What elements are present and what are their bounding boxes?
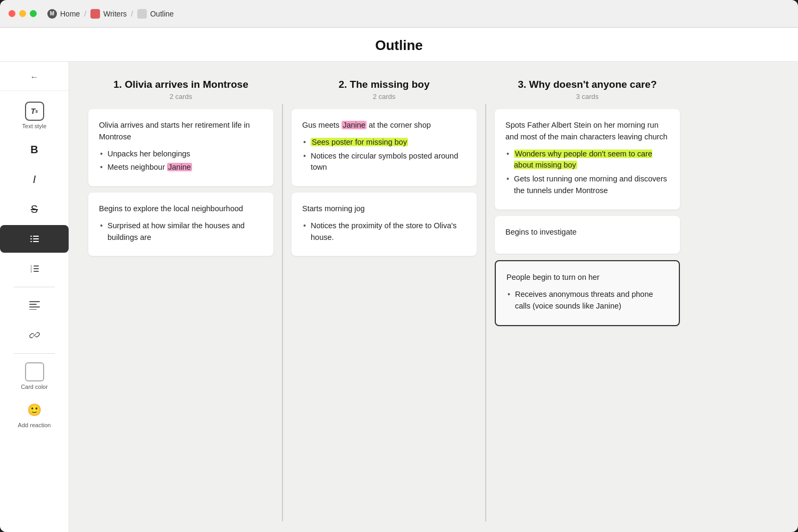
card-1-2-text: Begins to explore the local neighbourhoo… bbox=[99, 203, 263, 215]
list-item: Receives anonymous threats and phone cal… bbox=[506, 289, 668, 312]
breadcrumb: M Home / Writers / Outline bbox=[47, 9, 174, 19]
svg-text:3: 3 bbox=[30, 270, 32, 273]
sidebar-separator bbox=[14, 287, 55, 287]
list-icon bbox=[25, 229, 44, 248]
highlight-janine-2: Janine bbox=[342, 121, 367, 129]
column-2-title: 2. The missing boy bbox=[292, 79, 477, 90]
breadcrumb-sep-2: / bbox=[131, 10, 133, 18]
svg-rect-8 bbox=[34, 271, 39, 272]
back-button[interactable]: ← bbox=[0, 68, 69, 91]
card-3-3[interactable]: People begin to turn on her Receives ano… bbox=[495, 260, 680, 326]
card-1-2[interactable]: Begins to explore the local neighbourhoo… bbox=[88, 193, 273, 256]
align-icon bbox=[25, 296, 44, 315]
column-2: 2. The missing boy 2 cards Gus meets Jan… bbox=[283, 72, 485, 521]
svg-rect-3 bbox=[30, 236, 32, 237]
column-1-title: 1. Olivia arrives in Montrose bbox=[88, 79, 273, 90]
card-3-1[interactable]: Spots Father Albert Stein on her morning… bbox=[495, 109, 680, 210]
svg-rect-13 bbox=[29, 304, 37, 305]
breadcrumb-home[interactable]: M Home bbox=[47, 9, 80, 19]
column-2-count: 2 cards bbox=[292, 93, 477, 101]
bold-icon: B bbox=[25, 140, 44, 159]
svg-rect-2 bbox=[33, 241, 39, 242]
add-reaction-label: Add reaction bbox=[18, 422, 51, 428]
highlight-care: Wonders why people don't seem to care ab… bbox=[514, 149, 652, 170]
numbered-list-icon: 1 2 3 bbox=[25, 259, 44, 278]
tool-text-style[interactable]: Ts Text style bbox=[0, 97, 69, 134]
svg-rect-6 bbox=[34, 265, 39, 267]
card-1-1-text: Olivia arrives and starts her retirement… bbox=[99, 120, 263, 143]
column-1: 1. Olivia arrives in Montrose 2 cards Ol… bbox=[80, 72, 282, 521]
card-1-1-bullets: Unpacks her belongings Meets neighbour J… bbox=[99, 148, 263, 174]
list-item: Sees poster for missing boy bbox=[302, 137, 466, 148]
breadcrumb-writers-label: Writers bbox=[103, 10, 127, 18]
highlight-janine: Janine bbox=[167, 163, 192, 171]
tool-bold[interactable]: B bbox=[0, 136, 69, 163]
back-arrow-icon: ← bbox=[30, 72, 39, 82]
svg-rect-7 bbox=[34, 268, 39, 269]
svg-rect-5 bbox=[30, 241, 32, 242]
italic-icon: I bbox=[25, 170, 44, 189]
traffic-lights bbox=[9, 10, 37, 17]
close-button[interactable] bbox=[9, 10, 15, 17]
breadcrumb-home-label: Home bbox=[60, 10, 80, 18]
svg-rect-4 bbox=[30, 238, 32, 239]
svg-rect-1 bbox=[33, 238, 39, 239]
text-style-label: Text style bbox=[22, 123, 47, 129]
card-3-2[interactable]: Begins to investigate bbox=[495, 216, 680, 254]
card-2-1-bullets: Sees poster for missing boy Notices the … bbox=[302, 137, 466, 173]
list-item: Notices the proximity of the store to Ol… bbox=[302, 220, 466, 244]
card-1-1[interactable]: Olivia arrives and starts her retirement… bbox=[88, 109, 273, 186]
content-area: ← Ts Text style B I S bbox=[0, 62, 798, 532]
card-3-1-bullets: Wonders why people don't seem to care ab… bbox=[505, 148, 669, 197]
columns-container: 1. Olivia arrives in Montrose 2 cards Ol… bbox=[69, 62, 798, 532]
column-2-cards: Gus meets Janine at the corner shop Sees… bbox=[292, 109, 477, 256]
list-item: Gets lost running one morning and discov… bbox=[505, 173, 669, 197]
card-2-1[interactable]: Gus meets Janine at the corner shop Sees… bbox=[292, 109, 477, 186]
sidebar-separator-2 bbox=[14, 353, 55, 354]
tool-strikethrough[interactable]: S bbox=[0, 195, 69, 223]
maximize-button[interactable] bbox=[30, 10, 37, 17]
card-3-1-text: Spots Father Albert Stein on her morning… bbox=[505, 120, 669, 143]
home-icon: M bbox=[47, 9, 57, 19]
titlebar: M Home / Writers / Outline bbox=[0, 0, 798, 28]
card-color-label: Card color bbox=[21, 384, 48, 390]
tool-link[interactable] bbox=[0, 321, 69, 349]
emoji-icon: 🙂 bbox=[25, 401, 44, 420]
link-icon bbox=[25, 326, 44, 345]
list-item: Surprised at how similar the houses and … bbox=[99, 220, 263, 244]
minimize-button[interactable] bbox=[19, 10, 26, 17]
highlight-missing-boy: Sees poster for missing boy bbox=[311, 138, 408, 146]
tool-italic[interactable]: I bbox=[0, 165, 69, 193]
tool-numbered-list[interactable]: 1 2 3 bbox=[0, 255, 69, 282]
card-3-2-text: Begins to investigate bbox=[505, 227, 669, 238]
column-3: 3. Why doesn't anyone care? 3 cards Spot… bbox=[486, 72, 688, 521]
card-2-2-text: Starts morning jog bbox=[302, 203, 466, 215]
card-2-2[interactable]: Starts morning jog Notices the proximity… bbox=[292, 193, 477, 256]
outline-icon bbox=[137, 9, 147, 19]
column-3-count: 3 cards bbox=[495, 93, 680, 101]
tool-card-color[interactable]: Card color bbox=[0, 358, 69, 394]
app-window: M Home / Writers / Outline Outline ← bbox=[0, 0, 798, 532]
page-title-bar: Outline bbox=[0, 28, 798, 62]
card-2-1-text: Gus meets Janine at the corner shop bbox=[302, 120, 466, 131]
breadcrumb-outline-label: Outline bbox=[150, 10, 173, 18]
list-item: Unpacks her belongings bbox=[99, 148, 263, 160]
tool-add-reaction[interactable]: 🙂 Add reaction bbox=[0, 396, 69, 433]
tool-list[interactable] bbox=[0, 225, 69, 253]
svg-rect-15 bbox=[29, 309, 37, 310]
strikethrough-icon: S bbox=[25, 200, 44, 219]
text-style-icon: Ts bbox=[25, 102, 44, 121]
page-title: Outline bbox=[0, 37, 798, 54]
column-3-header: 3. Why doesn't anyone care? 3 cards bbox=[495, 72, 680, 109]
card-3-3-bullets: Receives anonymous threats and phone cal… bbox=[506, 289, 668, 312]
column-1-header: 1. Olivia arrives in Montrose 2 cards bbox=[88, 72, 273, 109]
breadcrumb-writers[interactable]: Writers bbox=[90, 9, 127, 19]
column-3-cards: Spots Father Albert Stein on her morning… bbox=[495, 109, 680, 326]
left-sidebar: ← Ts Text style B I S bbox=[0, 62, 69, 532]
writers-icon bbox=[90, 9, 100, 19]
column-2-header: 2. The missing boy 2 cards bbox=[292, 72, 477, 109]
list-item: Notices the circular symbols posted arou… bbox=[302, 151, 466, 174]
tool-align[interactable] bbox=[0, 292, 69, 319]
card-1-2-bullets: Surprised at how similar the houses and … bbox=[99, 220, 263, 244]
breadcrumb-outline[interactable]: Outline bbox=[137, 9, 173, 19]
